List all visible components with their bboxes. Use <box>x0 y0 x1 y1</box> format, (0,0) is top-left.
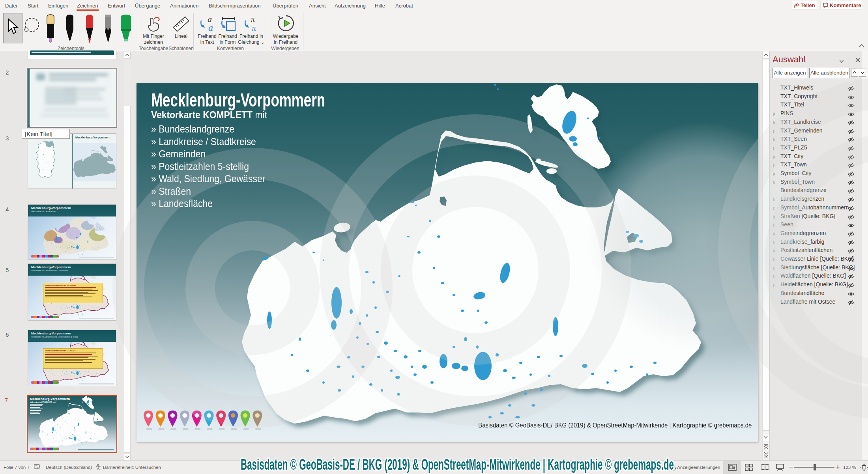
svg-text:a: a <box>208 22 213 33</box>
svg-text:π: π <box>251 15 255 23</box>
svg-text:π: π <box>252 23 256 33</box>
